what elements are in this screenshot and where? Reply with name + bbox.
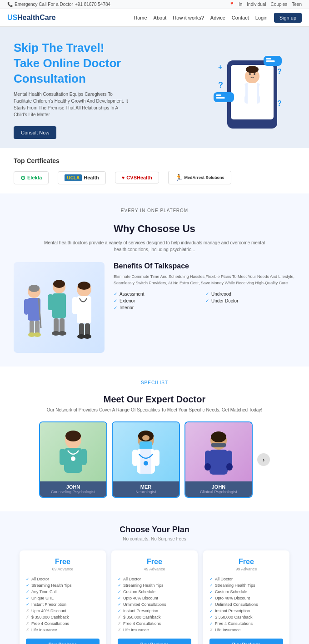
svg-point-54 — [71, 456, 75, 461]
plan-3-features: ✓ All Doctor ✓ Streaming Health Tips ✓ C… — [209, 576, 283, 633]
plan-1-title: Free — [26, 558, 100, 566]
certifications-section: Top Certficates ⊙ Elekta UCLA Health ♥ C… — [0, 148, 309, 193]
emergency-info: 📞 Emergency Call For a Doctor +91 81670 … — [7, 2, 110, 7]
plan-1-subtitle: 69 Advance — [26, 567, 100, 571]
buy-button-3[interactable]: Buy Package — [209, 639, 283, 644]
svg-point-44 — [34, 332, 41, 337]
plan-card-3: Free 99 Advance ✓ All Doctor ✓ Streaming… — [203, 550, 289, 644]
benefit-exterior: ✓ Exterior — [114, 298, 204, 303]
svg-rect-42 — [85, 323, 90, 336]
doctor-name-1: JOHN — [43, 484, 104, 490]
feat-2-6: ✓ Instant Prescription — [118, 608, 191, 614]
svg-rect-66 — [211, 443, 226, 447]
feat-2-7: ✗ $ 350,000 Cashback — [118, 614, 191, 620]
nav-advice[interactable]: Advice — [210, 15, 225, 20]
benefits-desc: Eliminate Commute Time And Scheduling Ha… — [114, 274, 295, 286]
svg-rect-41 — [79, 323, 84, 336]
top-bar: 📞 Emergency Call For a Doctor +91 81670 … — [0, 0, 309, 9]
svg-point-35 — [53, 280, 65, 288]
feat-3-2: ✓ Streaming Health Tips — [209, 582, 283, 589]
svg-rect-37 — [30, 321, 34, 334]
why-description: Mental health doctors provide a variety … — [41, 239, 268, 253]
svg-point-36 — [78, 282, 90, 290]
plan-3-title: Free — [209, 558, 283, 566]
feat-3-1: ✓ All Doctor — [209, 576, 283, 582]
svg-text:?: ? — [277, 99, 282, 107]
logo-healthcare: HealthCare — [17, 14, 55, 21]
svg-rect-62 — [154, 450, 159, 466]
benefits-list: ✓ Assessment ✓ Undreood ✓ Exterior ✓ Und… — [114, 292, 295, 310]
svg-point-48 — [83, 334, 91, 339]
feat-2-2: ✓ Streaming Health Tips — [118, 582, 191, 589]
doctor-role-3: Clinical Psychologist — [188, 490, 249, 494]
feat-1-7: ✗ $ 350,000 Cashback — [26, 614, 100, 620]
svg-rect-40 — [60, 318, 65, 333]
feat-3-8: ✓ Free 4 Consultations — [209, 620, 283, 627]
signup-button[interactable]: Sign up — [274, 13, 302, 23]
nav-links: Home About How it works? Advice Contact … — [134, 13, 302, 23]
nav-how[interactable]: How it works? — [173, 15, 204, 20]
feat-3-6: ✓ Instant Prescription — [209, 608, 283, 614]
doctor-card-3: JOHN Clinical Psychologist — [184, 421, 253, 498]
buy-button-1[interactable]: Buy Package — [26, 639, 100, 644]
doctor-image-3 — [185, 422, 252, 481]
benefit-undreood: ✓ Undreood — [205, 292, 295, 297]
user-type-links[interactable]: 📍 in Individual Couples Teen — [229, 2, 302, 7]
plan-2-subtitle: 49 Advance — [118, 567, 191, 571]
nav-contact[interactable]: Contact — [232, 15, 249, 20]
feat-2-5: ✓ Unlimited Consultations — [118, 601, 191, 608]
svg-rect-29 — [60, 294, 66, 310]
plans-row: Free 69 Advance ✓ All Doctor ✓ Streaming… — [14, 550, 295, 644]
feat-3-9: ✗ Life Insurance — [209, 627, 283, 633]
doctor-card-1: JOHN Counseling Psychologist — [39, 421, 107, 498]
svg-rect-24 — [24, 299, 29, 315]
carousel-next-button[interactable]: › — [257, 453, 270, 466]
feat-3-3: ✓ Custom Schedule — [209, 589, 283, 595]
feat-1-2: ✓ Streaming Health Tips — [26, 582, 100, 589]
svg-point-9 — [254, 73, 255, 75]
nav-home[interactable]: Home — [134, 15, 147, 20]
plan-card-1: Free 69 Advance ✓ All Doctor ✓ Streaming… — [20, 550, 106, 644]
svg-rect-21 — [216, 97, 225, 99]
svg-rect-5 — [248, 83, 257, 104]
benefit-interior: ✓ Interior — [114, 305, 204, 310]
plans-subtitle: No contracts. No Surprise Fees — [14, 536, 295, 541]
specialist-section: SPECILIST Meet Our Expert Doctor Our Net… — [0, 367, 309, 511]
nav-about[interactable]: About — [154, 15, 167, 20]
svg-point-50 — [65, 431, 81, 441]
svg-rect-32 — [72, 297, 78, 314]
feat-2-3: ✓ Custom Schedule — [118, 589, 191, 595]
svg-rect-13 — [266, 60, 275, 62]
svg-rect-52 — [60, 449, 65, 465]
svg-rect-53 — [81, 449, 87, 465]
benefits-container: Benefits Of Talkspace Eliminate Commute … — [14, 262, 295, 353]
certifications-title: Top Certficates — [14, 157, 295, 164]
consult-button[interactable]: Consult Now — [14, 126, 56, 139]
svg-text:+: + — [277, 54, 281, 62]
doctor-card-2: MER Neurologist — [112, 421, 180, 498]
doctor-image-1 — [40, 422, 106, 481]
hero-image: ? ? ? + + — [195, 47, 295, 133]
individual-link[interactable]: Individual — [247, 2, 266, 7]
cert-med: 🏃 MedArrest Solutions — [168, 171, 231, 184]
plans-section: Choose Your Plan No contracts. No Surpri… — [0, 511, 309, 644]
feat-1-6: ✗ Upto 40% Discount — [26, 608, 100, 614]
cert-cvs: ♥ CVSHealth — [115, 172, 159, 183]
svg-rect-20 — [216, 94, 221, 96]
benefits-title: Benefits Of Talkspace — [114, 262, 295, 270]
doctor-info-3: JOHN Clinical Psychologist — [185, 481, 252, 497]
nav-login[interactable]: Login — [255, 15, 268, 20]
teen-link[interactable]: Teen — [292, 2, 302, 7]
svg-text:?: ? — [218, 80, 223, 89]
feat-3-4: ✓ Upto 40% Discount — [209, 595, 283, 601]
couples-link[interactable]: Couples — [271, 2, 288, 7]
feat-1-1: ✓ All Doctor — [26, 576, 100, 582]
plans-title: Choose Your Plan — [14, 525, 295, 535]
specialist-description: Our Network of Providers Cover A Range O… — [14, 407, 295, 412]
buy-button-2[interactable]: Buy Package — [118, 639, 191, 644]
svg-rect-67 — [209, 450, 228, 475]
cert-ucla: UCLA Health — [58, 171, 105, 184]
phone-number: +91 81670 54784 — [75, 2, 110, 7]
doctors-row: JOHN Counseling Psychologist — [14, 421, 295, 498]
svg-point-46 — [58, 331, 66, 336]
